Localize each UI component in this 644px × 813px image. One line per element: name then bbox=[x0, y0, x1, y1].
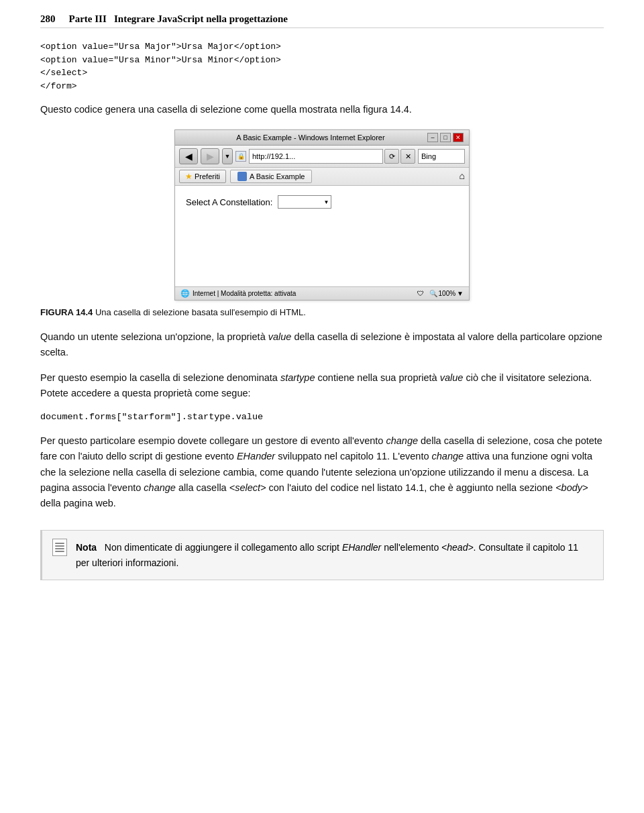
tab-icon bbox=[237, 172, 247, 181]
zoom-dropdown-icon: ▼ bbox=[457, 290, 464, 297]
address-icon: 🔒 bbox=[235, 151, 246, 162]
browser-title-text: A Basic Example - Windows Internet Explo… bbox=[194, 133, 427, 142]
refresh-button[interactable]: ⟳ bbox=[384, 149, 399, 164]
inline-code-text: document.forms["starform"].startype.valu… bbox=[40, 412, 263, 422]
stop-button[interactable]: ✕ bbox=[400, 149, 415, 164]
status-icon2: 🛡 bbox=[417, 290, 424, 297]
note-line-2 bbox=[55, 545, 64, 547]
code-block-top: <option value="Ursa Major">Ursa Major</o… bbox=[40, 40, 604, 93]
note-lines-icon bbox=[52, 539, 67, 556]
status-globe-icon: 🌐 bbox=[180, 289, 190, 298]
star-icon: ★ bbox=[185, 172, 193, 181]
zoom-icon: 🔍 bbox=[429, 290, 437, 297]
code-line-1: <option value="Ursa Major">Ursa Major</o… bbox=[40, 40, 604, 54]
search-bar[interactable]: Bing bbox=[418, 149, 465, 164]
address-bar-group: 🔒 http://192.1... ⟳ ✕ bbox=[235, 149, 415, 164]
restore-button[interactable]: □ bbox=[440, 133, 451, 142]
search-text: Bing bbox=[421, 152, 436, 160]
back-button[interactable]: ◀ bbox=[179, 148, 198, 164]
favorites-button[interactable]: ★ Preferiti bbox=[179, 170, 226, 183]
figure-caption-text: Una casella di selezione basata sull'ese… bbox=[95, 307, 306, 317]
body-paragraph-1: Quando un utente seleziona un'opzione, l… bbox=[40, 329, 604, 360]
minimize-button[interactable]: – bbox=[427, 133, 438, 142]
note-icon bbox=[50, 539, 69, 557]
constellation-select[interactable] bbox=[278, 195, 331, 209]
status-text: Internet | Modalità protetta: attivata bbox=[193, 290, 296, 297]
tab-basic-example[interactable]: A Basic Example bbox=[230, 170, 313, 183]
figure-caption: FIGURA 14.4 Una casella di selezione bas… bbox=[40, 307, 604, 317]
note-line-1 bbox=[55, 543, 64, 544]
browser-screenshot: A Basic Example - Windows Internet Explo… bbox=[174, 129, 470, 301]
forward-button[interactable]: ▶ bbox=[201, 148, 219, 164]
code-line-4: </form> bbox=[40, 80, 604, 93]
note-line-4 bbox=[55, 551, 64, 552]
zoom-level: 100% bbox=[439, 290, 456, 297]
page-number: 280 bbox=[40, 13, 56, 25]
select-row: Select A Constellation: bbox=[186, 195, 458, 209]
inline-code-block: document.forms["starform"].startype.valu… bbox=[40, 411, 604, 424]
close-button[interactable]: ✕ bbox=[453, 133, 464, 142]
tab-label: A Basic Example bbox=[250, 172, 305, 180]
note-line-3 bbox=[55, 548, 64, 549]
nav-dropdown-button[interactable]: ▼ bbox=[222, 148, 233, 164]
zoom-control[interactable]: 🔍 100% ▼ bbox=[429, 290, 464, 297]
titlebar-buttons: – □ ✕ bbox=[427, 133, 464, 142]
home-button[interactable]: ⌂ bbox=[460, 171, 465, 182]
browser-titlebar: A Basic Example - Windows Internet Explo… bbox=[175, 130, 469, 146]
note-text: Non dimenticate di aggiungere il collega… bbox=[76, 542, 578, 567]
address-text: http://192.1... bbox=[252, 152, 295, 160]
code-line-3: </select> bbox=[40, 66, 604, 80]
intro-paragraph: Questo codice genera una casella di sele… bbox=[40, 102, 604, 117]
part-label: Parte III bbox=[69, 13, 107, 25]
select-label: Select A Constellation: bbox=[186, 197, 272, 207]
page-header: 280 Parte III Integrare JavaScript nella… bbox=[40, 13, 604, 28]
figure-label: FIGURA 14.4 bbox=[40, 307, 93, 317]
code-line-2: <option value="Ursa Minor">Ursa Minor</o… bbox=[40, 54, 604, 67]
select-wrapper[interactable] bbox=[278, 195, 331, 209]
address-bar[interactable]: http://192.1... bbox=[249, 149, 383, 164]
body-paragraph-2: Per questo esempio la casella di selezio… bbox=[40, 370, 604, 401]
page-title: Integrare JavaScript nella progettazione bbox=[114, 13, 288, 25]
browser-statusbar: 🌐 Internet | Modalità protetta: attivata… bbox=[175, 286, 469, 300]
status-left: 🌐 Internet | Modalità protetta: attivata bbox=[180, 289, 296, 298]
favorites-label: Preferiti bbox=[195, 172, 220, 180]
body-paragraph-3: Per questo particolare esempio dovete co… bbox=[40, 433, 604, 511]
status-right: 🛡 🔍 100% ▼ bbox=[417, 290, 464, 297]
note-label: Nota bbox=[76, 542, 97, 553]
browser-navbar: ◀ ▶ ▼ 🔒 http://192.1... ⟳ ✕ Bing bbox=[175, 146, 469, 168]
note-box: Nota Non dimenticate di aggiungere il co… bbox=[40, 530, 604, 580]
browser-favbar: ★ Preferiti A Basic Example ⌂ bbox=[175, 168, 469, 186]
browser-content: Select A Constellation: bbox=[175, 186, 469, 286]
